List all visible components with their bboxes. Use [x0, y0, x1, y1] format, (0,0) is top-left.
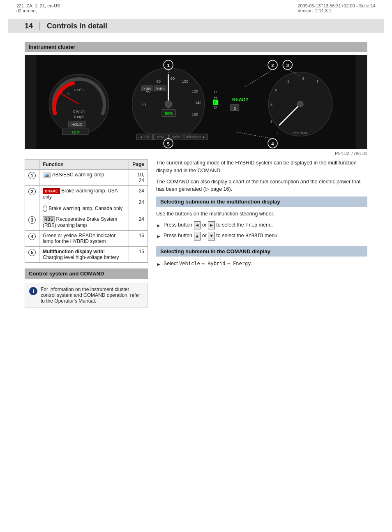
- svg-text:100: 100: [182, 79, 189, 83]
- control-system-header: Control system and COMAND: [25, 268, 148, 279]
- hybrid-text: Hybrid: [208, 261, 225, 266]
- table-row: 4 Green or yellow READY indicator lamp f…: [25, 231, 148, 247]
- vehicle-text: Vehicle: [179, 261, 200, 266]
- svg-text:½: ½: [67, 92, 70, 96]
- header-right-line2: Version: 2.11.8.1: [297, 8, 376, 13]
- svg-text:R: R: [214, 90, 217, 94]
- row4-func: Green or yellow READY indicator lamp for…: [39, 231, 129, 247]
- info-text: For information on the instrument cluste…: [41, 287, 143, 304]
- row4-page: 16: [129, 231, 148, 247]
- svg-text:D: D: [214, 105, 217, 109]
- instrument-cluster-header: Instrument cluster: [25, 42, 367, 52]
- svg-text:160: 160: [192, 112, 198, 116]
- comand-select-item: ► Select Vehicle → Hybrid → Energy.: [156, 260, 367, 268]
- submenu-header: Selecting submenu in the multifunction d…: [156, 197, 367, 207]
- energy-text: Energy: [233, 261, 251, 266]
- svg-text:140: 140: [195, 101, 202, 105]
- table-row: 1 🚙 ABS/ESC warning lamp 10,24: [25, 170, 148, 186]
- bullet-item-2: ► Press button ▲ or ▼ to select the HYBR…: [156, 232, 367, 241]
- table-row: 5 Multifunction display with: Charging l…: [25, 247, 148, 263]
- svg-text:HOLD: HOLD: [71, 123, 82, 127]
- bullet-item-1: ► Press button ◀ or ▶ to select the Trip…: [156, 221, 367, 230]
- svg-text:3: 3: [270, 103, 272, 107]
- function-table: Function Page 1 🚙 ABS/ESC warning lamp: [25, 159, 148, 263]
- svg-text:80: 80: [171, 76, 175, 81]
- svg-text:1: 1: [277, 131, 279, 135]
- header-right-line1: 2009-05-13T13:56:31+02:00 - Seite 14: [297, 3, 376, 8]
- svg-text:4: 4: [271, 141, 274, 146]
- row5-num: 5: [25, 247, 39, 263]
- row4-num: 4: [25, 231, 39, 247]
- row2-page: 2424: [129, 186, 148, 214]
- svg-text:Navi: Navi: [157, 135, 164, 139]
- row1-num: 1: [25, 170, 39, 186]
- main-content: Instrument cluster 120°C ½ 0 km/h 0 mph: [8, 33, 384, 316]
- comand-arrow: ►: [156, 261, 161, 268]
- hybrid-intro-text2: The COMAND can also display a chart of t…: [156, 178, 367, 194]
- cluster-image: 120°C ½ 0 km/h 0 mph HOLD 72°F: [25, 55, 367, 149]
- bullet-arrow-2: ►: [156, 233, 161, 240]
- svg-text:5: 5: [167, 141, 170, 146]
- row3-func: RBS Recuperative Brake System (RBS) warn…: [39, 214, 129, 231]
- svg-text:N: N: [214, 96, 217, 100]
- svg-text:1: 1: [167, 63, 170, 68]
- hybrid-label: HYBRID: [245, 233, 263, 238]
- svg-text:120: 120: [192, 89, 198, 93]
- doc-header: 221_ZA; 1; 21, en-US d2ureepe, 2009-05-1…: [0, 0, 392, 15]
- header-right: 2009-05-13T13:56:31+02:00 - Seite 14 Ver…: [297, 3, 376, 13]
- submenu-intro: Use the buttons on the multifunction ste…: [156, 210, 367, 218]
- svg-text:P:: P:: [214, 101, 217, 105]
- down-arrow-btn: ▼: [208, 232, 215, 241]
- left-arrow-btn: ◀: [194, 221, 201, 230]
- header-left-line1: 221_ZA; 1; 21, en-US: [16, 3, 60, 8]
- svg-text:Audio: Audio: [172, 135, 181, 139]
- svg-text:S: S: [233, 106, 236, 111]
- svg-text:0 km/h: 0 km/h: [73, 109, 85, 113]
- comand-header: Selecting submenu in the COMAND display: [156, 246, 367, 257]
- svg-text:72°F: 72°F: [71, 130, 80, 134]
- svg-text:5: 5: [288, 79, 290, 83]
- row5-func: Multifunction display with: Charging lev…: [39, 247, 129, 263]
- bullet-arrow-1: ►: [156, 222, 161, 229]
- image-caption: P54.32-7786-31: [25, 151, 367, 156]
- up-arrow-btn: ▲: [194, 232, 201, 241]
- row1-page: 10,24: [129, 170, 148, 186]
- svg-text:READY: READY: [232, 97, 249, 102]
- row3-page: 24: [129, 214, 148, 231]
- table-row: 2 BRAKE Brake warning lamp, USA only ! B…: [25, 186, 148, 214]
- page-number: 14: [25, 22, 40, 30]
- svg-point-53: [297, 101, 304, 107]
- svg-text:1/min x1000: 1/min x1000: [292, 131, 308, 135]
- svg-text:6: 6: [302, 76, 304, 81]
- row5-page: 15: [129, 247, 148, 263]
- table-row: 3 RBS Recuperative Brake System (RBS) wa…: [25, 214, 148, 231]
- svg-text:Telephone ►: Telephone ►: [186, 135, 206, 139]
- page-title-bar: 14 Controls in detail: [8, 19, 384, 33]
- comand-select-text: Select Vehicle → Hybrid → Energy.: [164, 260, 252, 268]
- bullet-2-text: Press button ▲ or ▼ to select the HYBRID…: [164, 232, 279, 241]
- bullet-1-text: Press button ◀ or ▶ to select the Trip m…: [164, 221, 273, 230]
- svg-text:7: 7: [316, 79, 318, 83]
- svg-text:◄ Trip: ◄ Trip: [139, 135, 150, 139]
- svg-point-21: [165, 101, 172, 108]
- svg-text:120°C: 120°C: [74, 88, 84, 92]
- header-left-line2: d2ureepe,: [16, 8, 60, 13]
- row2-func: BRAKE Brake warning lamp, USA only ! Bra…: [39, 186, 129, 214]
- svg-text:PARK: PARK: [143, 87, 152, 91]
- svg-text:3: 3: [286, 63, 289, 68]
- page-title: Controls in detail: [47, 22, 107, 30]
- row3-num: 3: [25, 214, 39, 231]
- row1-func: 🚙 ABS/ESC warning lamp: [39, 170, 129, 186]
- svg-text:2: 2: [270, 119, 272, 123]
- info-icon: i: [29, 287, 37, 295]
- table-header-function: Function: [39, 160, 129, 170]
- table-header-num: [25, 160, 39, 170]
- right-arrow-btn: ▶: [208, 221, 215, 230]
- trip-label: Trip: [245, 222, 257, 228]
- svg-text:50%: 50%: [165, 111, 173, 116]
- header-left: 221_ZA; 1; 21, en-US d2ureepe,: [16, 3, 60, 13]
- info-box: i For information on the instrument clus…: [25, 283, 148, 308]
- right-panel: The current operating mode of the HYBRID…: [156, 159, 367, 308]
- hybrid-intro-text: The current operating mode of the HYBRID…: [156, 159, 367, 175]
- table-header-page: Page: [129, 160, 148, 170]
